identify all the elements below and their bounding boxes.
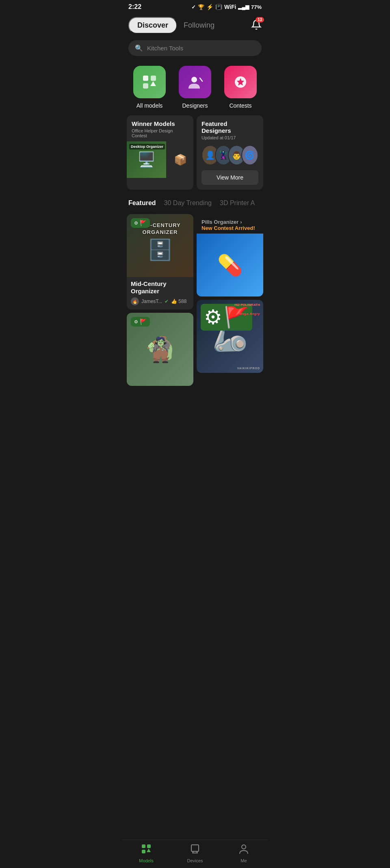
- contest-gear-icon: ⚙: [134, 221, 138, 226]
- search-bar[interactable]: 🔍 Kitchen Tools: [128, 40, 262, 56]
- status-time: 2:22: [128, 3, 141, 11]
- svg-rect-9: [147, 844, 151, 848]
- side-img-emoji: 📦: [174, 154, 187, 166]
- designers-avatars-row: 👤 🦹 👨 🌀: [197, 143, 263, 167]
- category-designers[interactable]: Designers: [174, 66, 216, 109]
- devices-nav-icon: [189, 843, 201, 857]
- contest-banner-subtitle: New Contest Arrived!: [202, 225, 258, 231]
- pokemon-contest-badge: ⚙ 🚩: [201, 304, 252, 331]
- trophy-icon: 🏆: [198, 4, 204, 10]
- tab-following[interactable]: Following: [184, 21, 214, 30]
- nav-devices[interactable]: Devices: [171, 843, 219, 863]
- battery-icon: 77%: [251, 4, 262, 10]
- nav-me[interactable]: Me: [219, 843, 268, 863]
- pokemon-label: #62 POLIWRATH: [234, 303, 260, 307]
- pokemon-gear-icon: ⚙: [204, 305, 222, 329]
- mid-century-organizer-card[interactable]: MID-CENTURY ORGANIZER ⚙ 🚩 🗄️ Mid-Century…: [127, 214, 193, 310]
- tab-discover[interactable]: Discover: [128, 17, 177, 34]
- view-more-button[interactable]: View More: [202, 170, 258, 185]
- wifi-icon: WiFi: [224, 4, 236, 10]
- arrow-icon: ›: [240, 219, 242, 225]
- all-models-label: All models: [136, 102, 163, 109]
- winner-models-main-img: Desktop Organizer 🖥️: [127, 141, 166, 178]
- svg-rect-10: [142, 850, 145, 853]
- organizer-furniture-emoji: 🗄️: [147, 238, 173, 262]
- pills-organizer-img: 💊: [197, 234, 263, 297]
- pokemon-flag: 🚩: [224, 305, 249, 329]
- mountain-figure-emoji: 🧌: [145, 335, 176, 364]
- organizer-title: Mid-Century Organizer: [131, 280, 189, 295]
- svg-point-15: [242, 845, 246, 849]
- organizer-card-info: Mid-Century Organizer 🔥 JamesT... ✔ 👍 58…: [127, 277, 193, 310]
- designers-icon-svg: [185, 72, 205, 92]
- author-name: JamesT...: [141, 299, 162, 304]
- feed-left-column: MID-CENTURY ORGANIZER ⚙ 🚩 🗄️ Mid-Century…: [127, 214, 193, 386]
- contest-banner-header: Pills Organizer › New Contest Arrived!: [197, 214, 263, 234]
- feed-right-column: Pills Organizer › New Contest Arrived! 💊…: [197, 214, 263, 386]
- svg-rect-0: [143, 76, 148, 81]
- desktop-organizer-label: Desktop Organizer: [129, 144, 165, 149]
- me-person-icon: [238, 843, 249, 855]
- pokemon-card-img: ⚙ 🚩 #62 POLIWRATH Mega Angry 🦾 VAIKIKIPR…: [197, 300, 263, 373]
- models-grid-icon: [140, 72, 159, 92]
- contest-flag: 🚩: [140, 220, 147, 226]
- tab-30-day-trending[interactable]: 30 Day Trending: [164, 199, 212, 208]
- bottom-nav: Models Devices Me: [122, 840, 268, 868]
- featured-designers-subtitle: Updated at 01/17: [202, 135, 258, 140]
- contests-icon-svg: [231, 72, 250, 92]
- verified-icon: ✔: [165, 299, 169, 304]
- winner-models-side-img: 📦: [167, 141, 193, 178]
- notification-button[interactable]: 13: [251, 19, 262, 32]
- brand-label: VAIKIKIPROD: [237, 367, 260, 370]
- winner-models-title: Winner Models: [132, 120, 188, 127]
- devices-icon-svg: [189, 843, 201, 855]
- pills-organizer-banner[interactable]: Pills Organizer › New Contest Arrived! 💊: [197, 214, 263, 297]
- nav-models[interactable]: Models: [122, 843, 171, 863]
- like-count: 👍 588: [171, 299, 186, 304]
- featured-designers-header: Featured Designers Updated at 01/17: [197, 115, 263, 143]
- contests-label: Contests: [229, 102, 251, 109]
- search-icon: 🔍: [135, 44, 143, 52]
- vibrate-icon: 📳: [215, 4, 222, 10]
- header: Discover Following 13: [122, 13, 268, 39]
- figure-card-img: ⚙ 🚩 🧌: [127, 313, 193, 386]
- winner-models-images: Desktop Organizer 🖥️ 📦: [127, 141, 193, 178]
- contest-flag-2: 🚩: [140, 318, 147, 325]
- featured-designers-card[interactable]: Featured Designers Updated at 01/17 👤 🦹 …: [197, 115, 263, 190]
- devices-nav-label: Devices: [187, 858, 203, 863]
- designers-label: Designers: [182, 102, 208, 109]
- tab-featured[interactable]: Featured: [128, 199, 156, 208]
- thumbs-up-icon: 👍: [171, 299, 177, 304]
- category-contests[interactable]: Contests: [219, 66, 262, 109]
- poliwrath-card[interactable]: ⚙ 🚩 #62 POLIWRATH Mega Angry 🦾 VAIKIKIPR…: [197, 300, 263, 373]
- organizer-emoji: 🖥️: [137, 151, 156, 168]
- contest-banner-title: Pills Organizer ›: [202, 218, 258, 225]
- tab-3d-printer[interactable]: 3D Printer A: [220, 199, 255, 208]
- models-grid-nav-icon: [141, 843, 152, 855]
- categories-section: All models Designers Contests: [122, 63, 268, 115]
- status-bar: 2:22 ✓ 🏆 ⚡ 📳 WiFi ▂▄▆ 77%: [122, 0, 268, 13]
- signal-icon: ▂▄▆: [238, 4, 249, 10]
- category-all-models[interactable]: All models: [128, 66, 171, 109]
- svg-point-4: [191, 77, 197, 82]
- svg-rect-1: [151, 76, 156, 81]
- contest-badge-organizer: ⚙ 🚩: [131, 218, 150, 228]
- me-nav-icon: [238, 843, 249, 857]
- svg-line-5: [200, 78, 202, 81]
- mountain-figure-card[interactable]: ⚙ 🚩 🧌: [127, 313, 193, 386]
- author-avatar: 🔥: [131, 297, 139, 305]
- svg-rect-12: [191, 845, 199, 851]
- svg-rect-2: [143, 83, 148, 89]
- models-nav-label: Models: [139, 858, 153, 863]
- svg-marker-11: [147, 849, 151, 852]
- organizer-meta: 🔥 JamesT... ✔ 👍 588: [131, 297, 189, 305]
- feed-grid: MID-CENTURY ORGANIZER ⚙ 🚩 🗄️ Mid-Century…: [122, 210, 268, 390]
- search-placeholder: Kitchen Tools: [147, 45, 183, 52]
- pills-emoji: 💊: [217, 253, 243, 277]
- contests-icon: [224, 66, 257, 98]
- winner-models-card[interactable]: Winner Models Office Helper Design Conte…: [127, 115, 193, 190]
- cards-row: Winner Models Office Helper Design Conte…: [122, 115, 268, 196]
- search-container: 🔍 Kitchen Tools: [122, 39, 268, 63]
- feed-tabs: Featured 30 Day Trending 3D Printer A: [122, 196, 268, 210]
- status-icons: ✓ 🏆 ⚡ 📳 WiFi ▂▄▆ 77%: [191, 4, 262, 10]
